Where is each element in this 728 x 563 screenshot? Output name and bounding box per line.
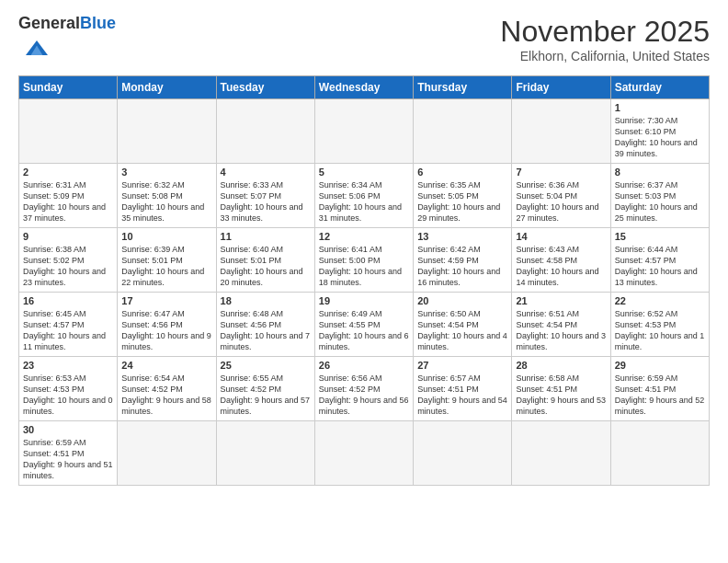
day-number: 17 xyxy=(121,295,211,306)
day-header-monday: Monday xyxy=(118,75,216,98)
day-number: 10 xyxy=(121,231,211,242)
logo-general: General xyxy=(18,14,80,32)
calendar-cell: 14Sunrise: 6:43 AM Sunset: 4:58 PM Dayli… xyxy=(512,227,610,292)
day-number: 7 xyxy=(516,167,606,178)
calendar-cell xyxy=(118,98,216,163)
calendar-cell: 24Sunrise: 6:54 AM Sunset: 4:52 PM Dayli… xyxy=(118,356,216,420)
cell-text: Sunrise: 6:58 AM Sunset: 4:51 PM Dayligh… xyxy=(516,373,606,418)
logo-blue: Blue xyxy=(80,14,116,32)
calendar-cell: 3Sunrise: 6:32 AM Sunset: 5:08 PM Daylig… xyxy=(118,163,216,227)
page: GeneralBlue November 2025 Elkhorn, Calif… xyxy=(0,0,728,495)
calendar-cell: 29Sunrise: 6:59 AM Sunset: 4:51 PM Dayli… xyxy=(610,356,709,420)
calendar-cell: 17Sunrise: 6:47 AM Sunset: 4:56 PM Dayli… xyxy=(118,292,216,356)
day-number: 26 xyxy=(319,360,409,371)
calendar-cell xyxy=(512,98,610,163)
day-number: 11 xyxy=(221,231,311,242)
day-header-thursday: Thursday xyxy=(414,75,512,98)
day-number: 19 xyxy=(319,295,409,306)
day-number: 29 xyxy=(615,360,705,371)
day-header-tuesday: Tuesday xyxy=(216,75,314,98)
calendar-cell: 15Sunrise: 6:44 AM Sunset: 4:57 PM Dayli… xyxy=(610,227,709,292)
day-number: 28 xyxy=(516,360,606,371)
cell-text: Sunrise: 6:45 AM Sunset: 4:57 PM Dayligh… xyxy=(23,308,113,353)
day-number: 5 xyxy=(319,167,409,178)
week-row-2: 9Sunrise: 6:38 AM Sunset: 5:02 PM Daylig… xyxy=(19,227,710,292)
calendar-cell: 8Sunrise: 6:37 AM Sunset: 5:03 PM Daylig… xyxy=(610,163,709,227)
calendar-cell xyxy=(216,98,314,163)
day-number: 23 xyxy=(23,360,113,371)
calendar-cell xyxy=(414,98,512,163)
cell-text: Sunrise: 6:59 AM Sunset: 4:51 PM Dayligh… xyxy=(23,437,113,482)
cell-text: Sunrise: 6:31 AM Sunset: 5:09 PM Dayligh… xyxy=(23,179,113,224)
day-number: 30 xyxy=(23,424,113,435)
day-number: 27 xyxy=(417,360,507,371)
cell-text: Sunrise: 6:38 AM Sunset: 5:02 PM Dayligh… xyxy=(23,244,113,289)
day-header-friday: Friday xyxy=(512,75,610,98)
calendar-cell: 13Sunrise: 6:42 AM Sunset: 4:59 PM Dayli… xyxy=(414,227,512,292)
week-row-1: 2Sunrise: 6:31 AM Sunset: 5:09 PM Daylig… xyxy=(19,163,710,227)
calendar-cell xyxy=(512,420,610,485)
day-number: 8 xyxy=(615,167,705,178)
cell-text: Sunrise: 6:32 AM Sunset: 5:08 PM Dayligh… xyxy=(121,179,211,224)
cell-text: Sunrise: 6:39 AM Sunset: 5:01 PM Dayligh… xyxy=(121,244,211,289)
week-row-4: 23Sunrise: 6:53 AM Sunset: 4:53 PM Dayli… xyxy=(19,356,710,420)
day-header-saturday: Saturday xyxy=(610,75,709,98)
calendar-cell: 5Sunrise: 6:34 AM Sunset: 5:06 PM Daylig… xyxy=(314,163,413,227)
day-number: 4 xyxy=(221,167,311,178)
cell-text: Sunrise: 6:44 AM Sunset: 4:57 PM Dayligh… xyxy=(615,244,705,289)
calendar-table: SundayMondayTuesdayWednesdayThursdayFrid… xyxy=(18,75,710,486)
calendar-cell: 4Sunrise: 6:33 AM Sunset: 5:07 PM Daylig… xyxy=(216,163,314,227)
cell-text: Sunrise: 6:47 AM Sunset: 4:56 PM Dayligh… xyxy=(121,308,211,353)
cell-text: Sunrise: 6:33 AM Sunset: 5:07 PM Dayligh… xyxy=(221,179,311,224)
logo-icon xyxy=(22,33,51,63)
cell-text: Sunrise: 6:37 AM Sunset: 5:03 PM Dayligh… xyxy=(615,179,705,224)
calendar-cell: 25Sunrise: 6:55 AM Sunset: 4:52 PM Dayli… xyxy=(216,356,314,420)
logo: GeneralBlue xyxy=(18,15,116,66)
cell-text: Sunrise: 6:36 AM Sunset: 5:04 PM Dayligh… xyxy=(516,179,606,224)
day-number: 21 xyxy=(516,295,606,306)
cell-text: Sunrise: 6:55 AM Sunset: 4:52 PM Dayligh… xyxy=(221,373,311,418)
cell-text: Sunrise: 6:54 AM Sunset: 4:52 PM Dayligh… xyxy=(121,373,211,418)
cell-text: Sunrise: 6:49 AM Sunset: 4:55 PM Dayligh… xyxy=(319,308,409,353)
week-row-3: 16Sunrise: 6:45 AM Sunset: 4:57 PM Dayli… xyxy=(19,292,710,356)
calendar-cell: 21Sunrise: 6:51 AM Sunset: 4:54 PM Dayli… xyxy=(512,292,610,356)
calendar-cell xyxy=(216,420,314,485)
calendar-cell: 16Sunrise: 6:45 AM Sunset: 4:57 PM Dayli… xyxy=(19,292,118,356)
calendar-cell: 28Sunrise: 6:58 AM Sunset: 4:51 PM Dayli… xyxy=(512,356,610,420)
day-number: 24 xyxy=(121,360,211,371)
month-title: November 2025 xyxy=(500,15,710,49)
calendar-cell: 26Sunrise: 6:56 AM Sunset: 4:52 PM Dayli… xyxy=(314,356,413,420)
cell-text: Sunrise: 7:30 AM Sunset: 6:10 PM Dayligh… xyxy=(615,115,705,160)
day-number: 3 xyxy=(121,167,211,178)
cell-text: Sunrise: 6:56 AM Sunset: 4:52 PM Dayligh… xyxy=(319,373,409,418)
location: Elkhorn, California, United States xyxy=(500,49,710,63)
header: GeneralBlue November 2025 Elkhorn, Calif… xyxy=(18,15,710,66)
calendar-cell xyxy=(314,98,413,163)
calendar-cell: 6Sunrise: 6:35 AM Sunset: 5:05 PM Daylig… xyxy=(414,163,512,227)
day-number: 6 xyxy=(417,167,507,178)
calendar-cell xyxy=(314,420,413,485)
calendar-cell: 7Sunrise: 6:36 AM Sunset: 5:04 PM Daylig… xyxy=(512,163,610,227)
week-row-5: 30Sunrise: 6:59 AM Sunset: 4:51 PM Dayli… xyxy=(19,420,710,485)
calendar-cell: 22Sunrise: 6:52 AM Sunset: 4:53 PM Dayli… xyxy=(610,292,709,356)
cell-text: Sunrise: 6:43 AM Sunset: 4:58 PM Dayligh… xyxy=(516,244,606,289)
cell-text: Sunrise: 6:53 AM Sunset: 4:53 PM Dayligh… xyxy=(23,373,113,418)
calendar-cell: 27Sunrise: 6:57 AM Sunset: 4:51 PM Dayli… xyxy=(414,356,512,420)
calendar-cell: 1Sunrise: 7:30 AM Sunset: 6:10 PM Daylig… xyxy=(610,98,709,163)
cell-text: Sunrise: 6:52 AM Sunset: 4:53 PM Dayligh… xyxy=(615,308,705,353)
day-number: 20 xyxy=(417,295,507,306)
day-number: 25 xyxy=(221,360,311,371)
calendar-cell: 10Sunrise: 6:39 AM Sunset: 5:01 PM Dayli… xyxy=(118,227,216,292)
calendar-cell xyxy=(414,420,512,485)
calendar-cell: 9Sunrise: 6:38 AM Sunset: 5:02 PM Daylig… xyxy=(19,227,118,292)
day-header-wednesday: Wednesday xyxy=(314,75,413,98)
logo-area: GeneralBlue xyxy=(18,15,116,66)
cell-text: Sunrise: 6:59 AM Sunset: 4:51 PM Dayligh… xyxy=(615,373,705,418)
day-number: 9 xyxy=(23,231,113,242)
calendar-cell: 30Sunrise: 6:59 AM Sunset: 4:51 PM Dayli… xyxy=(19,420,118,485)
week-row-0: 1Sunrise: 7:30 AM Sunset: 6:10 PM Daylig… xyxy=(19,98,710,163)
day-number: 2 xyxy=(23,167,113,178)
cell-text: Sunrise: 6:35 AM Sunset: 5:05 PM Dayligh… xyxy=(417,179,507,224)
calendar-cell: 19Sunrise: 6:49 AM Sunset: 4:55 PM Dayli… xyxy=(314,292,413,356)
day-number: 12 xyxy=(319,231,409,242)
